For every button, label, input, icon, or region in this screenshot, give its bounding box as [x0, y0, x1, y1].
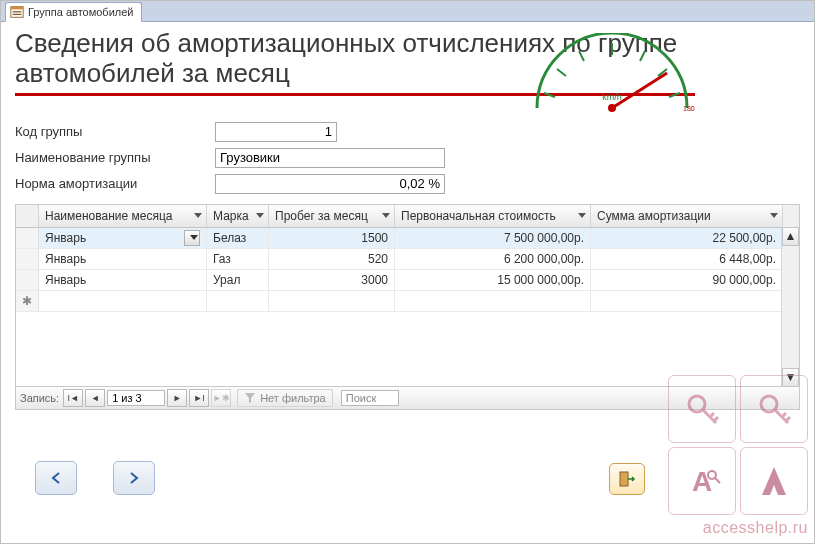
watermark: A accesshelp.ru	[668, 375, 808, 537]
sort-icon	[194, 213, 202, 218]
tab-label: Группа автомобилей	[28, 6, 133, 18]
record-position-input[interactable]	[107, 390, 165, 406]
nav-next-button[interactable]: ►	[167, 389, 187, 407]
cell-deprec[interactable]: 90 000,00р.	[591, 270, 783, 290]
svg-line-4	[544, 93, 555, 97]
cell-cost[interactable]: 6 200 000,00р.	[395, 249, 591, 269]
speedometer-icon: km/h 180	[527, 33, 697, 113]
access-a-icon	[740, 447, 808, 515]
cell-month[interactable]: Январь	[39, 270, 207, 290]
input-group-code[interactable]	[215, 122, 337, 142]
input-group-name[interactable]	[215, 148, 445, 168]
input-depreciation-rate[interactable]	[215, 174, 445, 194]
cell-brand[interactable]: Белаз	[207, 228, 269, 248]
table-row-new[interactable]: ✱	[16, 291, 799, 312]
tab-vehicle-group[interactable]: Группа автомобилей	[5, 2, 142, 22]
svg-text:A: A	[692, 466, 712, 497]
exit-door-icon	[618, 470, 636, 488]
access-a-icon: A	[668, 447, 736, 515]
filter-status[interactable]: Нет фильтра	[237, 389, 333, 407]
svg-line-10	[669, 93, 680, 97]
access-key-icon	[740, 375, 808, 443]
cell-mileage[interactable]: 1500	[269, 228, 395, 248]
col-header-deprec[interactable]: Сумма амортизации	[591, 205, 783, 227]
close-form-button[interactable]	[609, 463, 645, 495]
row-selector-header[interactable]	[16, 205, 39, 227]
svg-rect-15	[620, 472, 628, 486]
svg-rect-3	[13, 14, 22, 15]
subform-search-input[interactable]	[341, 390, 399, 406]
label-depreciation-rate: Норма амортизации	[15, 176, 215, 191]
nav-prev-button[interactable]: ◄	[85, 389, 105, 407]
col-header-mileage[interactable]: Пробег за месяц	[269, 205, 395, 227]
svg-text:180: 180	[683, 105, 695, 112]
row-selector[interactable]	[16, 228, 39, 248]
vertical-scrollbar[interactable]: ▲ ▼	[781, 227, 799, 387]
cell-cost[interactable]: 7 500 000,00р.	[395, 228, 591, 248]
col-header-month[interactable]: Наименование месяца	[39, 205, 207, 227]
cell-month[interactable]: Январь	[39, 228, 207, 248]
col-header-brand[interactable]: Марка	[207, 205, 269, 227]
label-group-code: Код группы	[15, 124, 215, 139]
cell-deprec[interactable]: 22 500,00р.	[591, 228, 783, 248]
row-selector-new[interactable]: ✱	[16, 291, 39, 311]
svg-text:km/h: km/h	[602, 92, 622, 102]
nav-last-button[interactable]: ►I	[189, 389, 209, 407]
sort-icon	[256, 213, 264, 218]
watermark-site: accesshelp.ru	[668, 519, 808, 537]
cell-month[interactable]: Январь	[39, 249, 207, 269]
svg-line-6	[579, 51, 584, 61]
cell-brand[interactable]: Газ	[207, 249, 269, 269]
row-selector[interactable]	[16, 270, 39, 290]
scroll-up-button[interactable]: ▲	[782, 227, 799, 246]
funnel-icon	[244, 392, 256, 404]
nav-first-button[interactable]: I◄	[63, 389, 83, 407]
cell-mileage[interactable]: 520	[269, 249, 395, 269]
arrow-left-icon	[49, 471, 63, 485]
col-header-cost[interactable]: Первоначальная стоимость	[395, 205, 591, 227]
nav-new-button[interactable]: ►✱	[211, 389, 231, 407]
svg-line-5	[557, 69, 566, 76]
cell-cost[interactable]: 15 000 000,00р.	[395, 270, 591, 290]
prev-record-button[interactable]	[35, 461, 77, 495]
svg-rect-2	[13, 11, 22, 12]
table-row[interactable]: Январь Урал 3000 15 000 000,00р. 90 000,…	[16, 270, 799, 291]
cell-brand[interactable]: Урал	[207, 270, 269, 290]
next-record-button[interactable]	[113, 461, 155, 495]
dropdown-button[interactable]	[184, 230, 200, 246]
svg-line-20	[714, 477, 720, 483]
sort-icon	[578, 213, 586, 218]
sort-icon	[770, 213, 778, 218]
svg-point-12	[608, 104, 616, 112]
row-selector[interactable]	[16, 249, 39, 269]
sort-icon	[382, 213, 390, 218]
svg-line-11	[612, 73, 667, 108]
svg-line-8	[640, 51, 645, 61]
arrow-right-icon	[127, 471, 141, 485]
access-key-icon	[668, 375, 736, 443]
label-group-name: Наименование группы	[15, 150, 215, 165]
cell-deprec[interactable]: 6 448,00р.	[591, 249, 783, 269]
cell-mileage[interactable]: 3000	[269, 270, 395, 290]
recnav-label: Запись:	[20, 392, 59, 404]
form-icon	[10, 5, 24, 19]
tab-bar: Группа автомобилей	[1, 1, 814, 22]
svg-rect-1	[11, 7, 23, 10]
grid-header: Наименование месяца Марка Пробег за меся…	[16, 205, 799, 228]
table-row[interactable]: Январь Газ 520 6 200 000,00р. 6 448,00р.	[16, 249, 799, 270]
table-row[interactable]: Январь Белаз 1500 7 500 000,00р. 22 500,…	[16, 228, 799, 249]
